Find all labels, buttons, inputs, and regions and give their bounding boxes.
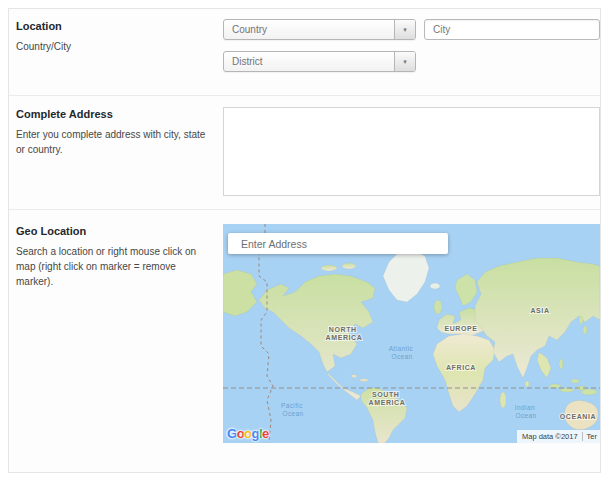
map-search-input[interactable] [228, 233, 448, 254]
label-africa: AFRICA [446, 364, 476, 371]
country-select[interactable]: Country ▾ [223, 19, 416, 40]
google-logo[interactable]: Google [227, 427, 269, 440]
geo-label-col: Geo Location Search a location or right … [16, 224, 223, 443]
complete-address-title: Complete Address [16, 107, 215, 122]
label-oceania: OCEANIA [560, 413, 596, 420]
geo-fields: NORTH AMERICA SOUTH AMERICA EUROPE AFRIC… [223, 224, 600, 443]
settings-panel: Location Country/City Country ▾ District… [8, 8, 601, 473]
section-location: Location Country/City Country ▾ District… [9, 9, 600, 95]
section-geo-location: Geo Location Search a location or right … [9, 209, 600, 472]
chevron-down-icon: ▾ [394, 52, 415, 71]
complete-address-description: Enter you complete address with city, st… [16, 127, 215, 157]
address-fields [223, 107, 600, 196]
location-fields: Country ▾ District ▾ [223, 19, 600, 72]
google-logo-letter: o [244, 426, 251, 441]
district-select[interactable]: District ▾ [223, 51, 416, 72]
location-label-col: Location Country/City [16, 19, 223, 72]
caret-glyph: ▾ [403, 26, 407, 33]
complete-address-textarea[interactable] [223, 107, 600, 196]
location-description: Country/City [16, 39, 215, 54]
world-map-graphic: NORTH AMERICA SOUTH AMERICA EUROPE AFRIC… [223, 224, 600, 443]
label-pacific-ocean: Pacific Ocean [281, 402, 305, 417]
google-logo-letter: G [227, 426, 237, 441]
google-map[interactable]: NORTH AMERICA SOUTH AMERICA EUROPE AFRIC… [223, 224, 600, 443]
label-atlantic-ocean: Atlantic Ocean [389, 345, 416, 360]
attribution-separator [582, 432, 583, 441]
map-attribution-text: Map data ©2017 [522, 432, 578, 441]
label-europe: EUROPE [444, 325, 477, 332]
label-south-america: SOUTH AMERICA [369, 391, 406, 406]
page: Location Country/City Country ▾ District… [0, 0, 606, 484]
city-input[interactable] [424, 19, 600, 40]
google-logo-letter: e [262, 426, 269, 441]
map-terms-link[interactable]: Ter [587, 432, 597, 441]
google-logo-letter: o [237, 426, 244, 441]
geo-location-description: Search a location or right mouse click o… [16, 244, 215, 289]
label-north-america: NORTH AMERICA [326, 326, 363, 341]
label-indian-ocean: Indian Ocean [515, 404, 537, 419]
country-select-value: Country [224, 20, 394, 39]
map-attribution-bar: Map data ©2017 Ter [517, 430, 600, 443]
caret-glyph: ▾ [403, 58, 407, 65]
chevron-down-icon: ▾ [394, 20, 415, 39]
district-select-value: District [224, 52, 394, 71]
google-logo-letter: g [252, 426, 259, 441]
address-label-col: Complete Address Enter you complete addr… [16, 107, 223, 196]
geo-location-title: Geo Location [16, 224, 215, 239]
location-title: Location [16, 19, 215, 34]
label-asia: ASIA [530, 307, 549, 314]
section-complete-address: Complete Address Enter you complete addr… [9, 95, 600, 209]
